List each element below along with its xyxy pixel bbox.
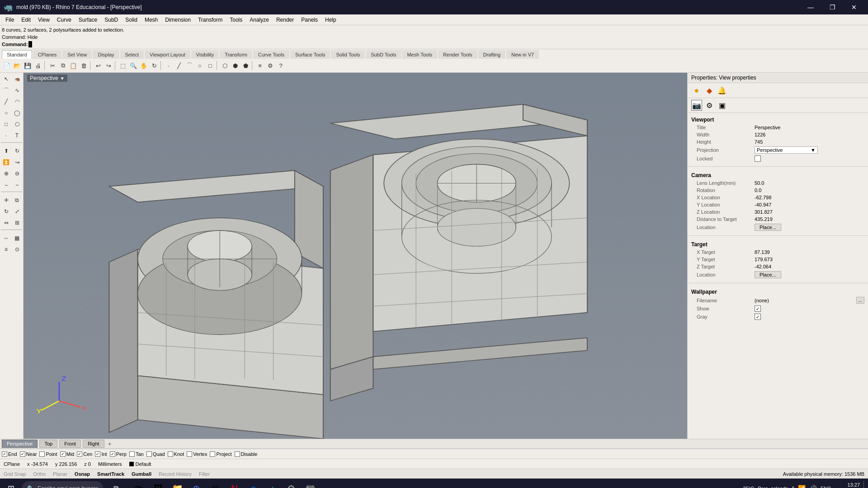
app-edge[interactable]: e xyxy=(244,479,262,488)
osnap-quad-checkbox[interactable] xyxy=(146,451,152,457)
command-line[interactable]: Command: xyxy=(2,41,866,48)
surface-icon[interactable]: ⬡ xyxy=(220,61,230,70)
tab-surface-tools[interactable]: Surface Tools xyxy=(290,50,330,59)
boolean-union[interactable]: ⊕ xyxy=(1,168,11,179)
open-icon[interactable]: 📂 xyxy=(12,61,22,70)
tab-viewport-layout[interactable]: Viewport Layout xyxy=(145,50,190,59)
filename-browse-btn[interactable]: ... xyxy=(856,297,864,304)
arc-tool[interactable]: ◠ xyxy=(12,96,22,107)
panel-camera-icon[interactable]: 📷 xyxy=(691,100,702,111)
help-icon[interactable]: ? xyxy=(276,61,286,70)
menu-panels[interactable]: Panels xyxy=(297,16,321,24)
menu-dimension[interactable]: Dimension xyxy=(161,16,194,24)
select-icon[interactable]: ⬚ xyxy=(118,61,128,70)
maximize-button[interactable]: ❐ xyxy=(822,0,843,14)
solid-icon[interactable]: ⬢ xyxy=(230,61,240,70)
rotate-icon[interactable]: ↻ xyxy=(149,61,159,70)
grid-snap-status[interactable]: Grid Snap xyxy=(4,471,26,477)
planar-status[interactable]: Planar xyxy=(53,471,67,477)
camera-place-button[interactable]: Place... xyxy=(755,224,781,231)
delete-icon[interactable]: 🗑 xyxy=(79,61,89,70)
osnap-project[interactable]: Project xyxy=(210,451,231,457)
app-mail[interactable]: ✉ xyxy=(206,479,224,488)
osnap-end-checkbox[interactable] xyxy=(2,451,7,457)
tab-setview[interactable]: Set View xyxy=(62,50,92,59)
tab-solid-tools[interactable]: Solid Tools xyxy=(331,50,365,59)
rect-icon[interactable]: □ xyxy=(205,61,215,70)
osnap-knot[interactable]: Knot xyxy=(168,451,184,457)
menu-surface[interactable]: Surface xyxy=(75,16,101,24)
tab-select[interactable]: Select xyxy=(120,50,144,59)
group-icon[interactable]: 🦔 xyxy=(12,74,22,84)
osnap-point-checkbox[interactable] xyxy=(39,451,45,457)
undo-icon[interactable]: ↩ xyxy=(93,61,103,70)
menu-tools[interactable]: Tools xyxy=(226,16,246,24)
rect-tool[interactable]: □ xyxy=(1,119,11,130)
osnap-tan-checkbox[interactable] xyxy=(129,451,135,457)
select-tool[interactable]: ↖ xyxy=(1,74,11,84)
app-settings[interactable]: ⚙ xyxy=(282,479,300,488)
vp-tab-top[interactable]: Top xyxy=(39,440,57,448)
properties-icon[interactable]: ⚙ xyxy=(265,61,275,70)
window-controls[interactable]: — ❐ ✕ xyxy=(800,0,864,14)
cut-icon[interactable]: ✂ xyxy=(47,61,57,70)
array-tool[interactable]: ⊞ xyxy=(12,217,22,228)
dim-tool[interactable]: ↔ xyxy=(1,233,11,244)
curve-tool[interactable]: ⌒ xyxy=(1,85,11,96)
osnap-perp-checkbox[interactable] xyxy=(110,451,115,457)
rotate-tool[interactable]: ↻ xyxy=(1,206,11,217)
record-history-status[interactable]: Record History xyxy=(159,471,192,477)
tab-drafting[interactable]: Drafting xyxy=(478,50,506,59)
vp-tab-perspective[interactable]: Perspective xyxy=(2,440,38,448)
taskbar-language[interactable]: ENG xyxy=(821,486,831,488)
osnap-disable[interactable]: Disable xyxy=(235,451,258,457)
copy-tool[interactable]: ⧉ xyxy=(12,195,22,206)
minimize-button[interactable]: — xyxy=(800,0,821,14)
osnap-near[interactable]: Near xyxy=(20,451,37,457)
target-place-button[interactable]: Place... xyxy=(755,271,781,278)
chamfer-tool[interactable]: ⌢ xyxy=(12,179,22,190)
osnap-knot-checkbox[interactable] xyxy=(168,451,173,457)
tab-mesh-tools[interactable]: Mesh Tools xyxy=(402,50,437,59)
viewport-scene[interactable]: Y x Z xyxy=(24,73,687,439)
tab-new-v7[interactable]: New in V7 xyxy=(506,50,539,59)
panel-color-icon[interactable]: ● xyxy=(691,85,702,96)
osnap-int-checkbox[interactable] xyxy=(95,451,100,457)
osnap-project-checkbox[interactable] xyxy=(210,451,215,457)
layer-tool[interactable]: ≡ xyxy=(1,244,11,255)
panel-material-icon[interactable]: ◆ xyxy=(704,85,715,96)
viewport-dropdown-icon[interactable]: ▼ xyxy=(60,76,65,81)
osnap-cen[interactable]: Cen xyxy=(77,451,92,457)
app-chrome[interactable]: ⊕ xyxy=(187,479,205,488)
panel-display-icon[interactable]: ▣ xyxy=(717,100,727,111)
osnap-mid-checkbox[interactable] xyxy=(60,451,66,457)
projection-dropdown[interactable]: Perspective ▼ xyxy=(755,146,818,154)
menu-curve[interactable]: Curve xyxy=(53,16,75,24)
viewport-label[interactable]: Perspective ▼ xyxy=(27,75,67,82)
panel-settings-icon[interactable]: ⚙ xyxy=(704,100,715,111)
menu-transform[interactable]: Transform xyxy=(194,16,226,24)
taskbar-sound-icon[interactable]: 🔊 xyxy=(809,485,817,488)
tab-standard[interactable]: Standard xyxy=(2,50,32,59)
revolve-tool[interactable]: ↻ xyxy=(12,145,22,156)
polyline-icon[interactable]: ⌒ xyxy=(184,61,194,70)
redo-icon[interactable]: ↪ xyxy=(104,61,113,70)
osnap-point[interactable]: Point xyxy=(39,451,57,457)
menu-mesh[interactable]: Mesh xyxy=(141,16,161,24)
menu-subd[interactable]: SubD xyxy=(101,16,122,24)
osnap-tan[interactable]: Tan xyxy=(129,451,144,457)
tab-subd-tools[interactable]: SubD Tools xyxy=(366,50,401,59)
extrude-tool[interactable]: ⬆ xyxy=(1,145,11,156)
taskbar-network-icon[interactable]: 📶 xyxy=(798,485,806,488)
task-view-button[interactable]: ⧉ xyxy=(107,479,125,488)
locked-checkbox[interactable] xyxy=(755,155,761,162)
menu-edit[interactable]: Edit xyxy=(18,16,34,24)
osnap-status[interactable]: Osnap xyxy=(75,471,90,477)
scale-tool[interactable]: ⤢ xyxy=(12,206,22,217)
circle-icon[interactable]: ○ xyxy=(195,61,205,70)
move-tool[interactable]: ✛ xyxy=(1,195,11,206)
taskbar-expand-icon[interactable]: ^ xyxy=(792,485,794,488)
viewport[interactable]: Perspective ▼ xyxy=(24,73,687,439)
osnap-quad[interactable]: Quad xyxy=(146,451,165,457)
osnap-disable-checkbox[interactable] xyxy=(235,451,240,457)
